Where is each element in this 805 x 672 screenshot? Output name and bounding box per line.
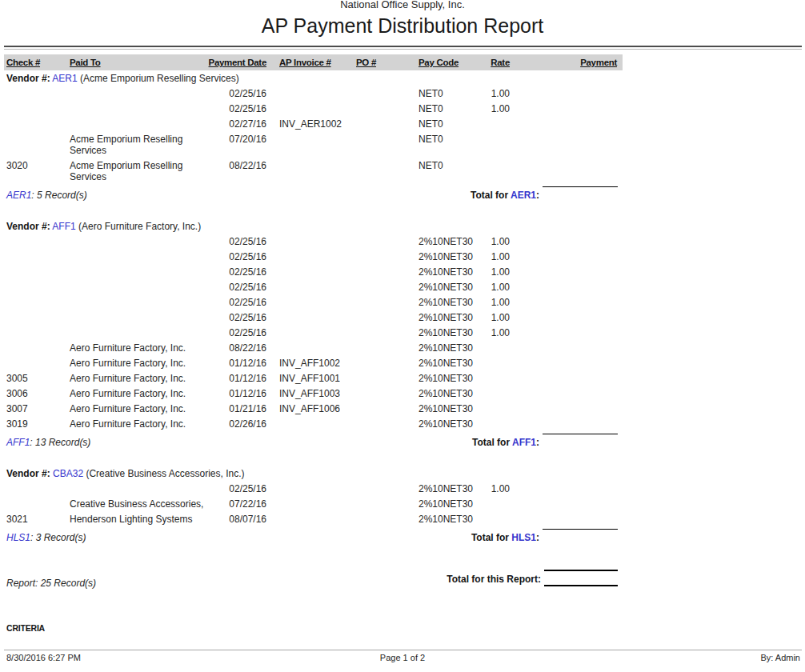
column-header-payment: Payment bbox=[510, 57, 617, 68]
cell-pay-code: NET0 bbox=[419, 134, 468, 145]
vendor-id-link[interactable]: AFF1 bbox=[512, 437, 536, 448]
cell-paid-to: Acme Emporium Reselling Services bbox=[70, 160, 214, 182]
column-header-pay-code: Pay Code bbox=[419, 57, 468, 68]
cell-pay-code: NET0 bbox=[419, 88, 468, 99]
cell-rate: 1.00 bbox=[468, 483, 510, 494]
table-row: 3006Aero Furniture Factory, Inc.01/12/16… bbox=[4, 388, 623, 399]
vendor-group: Vendor #: AER1 (Acme Emporium Reselling … bbox=[4, 73, 623, 201]
vendor-heading: Vendor #: AFF1 (Aero Furniture Factory, … bbox=[4, 221, 623, 232]
cell-pay-code: NET0 bbox=[419, 103, 468, 114]
cell-ap-invoice-number: INV_AFF1006 bbox=[279, 403, 356, 414]
cell-pay-code: 2%10NET30 bbox=[419, 418, 468, 430]
cell-paid-to: Henderson Lighting Systems bbox=[70, 514, 214, 525]
cell-paid-to: Aero Furniture Factory, Inc. bbox=[70, 373, 214, 384]
table-row: 3005Aero Furniture Factory, Inc.01/12/16… bbox=[4, 373, 623, 384]
report-summary-row: Report: 25 Record(s) Total for this Repo… bbox=[4, 570, 623, 589]
vendor-number-label: Vendor #: bbox=[6, 221, 50, 232]
cell-payment-date: 08/07/16 bbox=[214, 514, 266, 525]
vendor-id-link[interactable]: AER1 bbox=[52, 73, 77, 84]
cell-pay-code: 2%10NET30 bbox=[419, 251, 468, 262]
cell-paid-to: Aero Furniture Factory, Inc. bbox=[70, 418, 214, 430]
vendor-id-link[interactable]: CBA32 bbox=[53, 468, 83, 479]
title-rule-dark bbox=[4, 46, 802, 47]
record-count-text: : 3 Record(s) bbox=[30, 532, 86, 543]
vendor-id-link[interactable]: AER1 bbox=[6, 190, 31, 201]
cell-payment-date: 02/27/16 bbox=[214, 118, 266, 130]
report-record-count: Report: 25 Record(s) bbox=[4, 570, 447, 589]
cell-pay-code: 2%10NET30 bbox=[419, 327, 468, 338]
cell-rate: 1.00 bbox=[468, 88, 510, 99]
column-header-check-number: Check # bbox=[4, 57, 70, 68]
table-row: 02/25/162%10NET301.00 bbox=[4, 297, 623, 308]
vendor-group: Vendor #: AFF1 (Aero Furniture Factory, … bbox=[4, 221, 623, 448]
table-row: 02/27/16INV_AER1002NET0 bbox=[4, 118, 623, 130]
group-record-count: HLS1: 3 Record(s) bbox=[4, 529, 471, 543]
record-count-text: : 13 Record(s) bbox=[30, 437, 90, 448]
vendor-id-link[interactable]: AFF1 bbox=[6, 437, 30, 448]
footer-rule bbox=[4, 650, 802, 650]
cell-paid-to: Acme Emporium Reselling Services bbox=[70, 134, 214, 156]
cell-ap-invoice-number: INV_AER1002 bbox=[279, 118, 356, 130]
table-row: Acme Emporium Reselling Services07/20/16… bbox=[4, 134, 623, 156]
table-row: 02/25/162%10NET301.00 bbox=[4, 312, 623, 323]
table-row: 02/25/162%10NET301.00 bbox=[4, 251, 623, 262]
cell-payment-date: 01/21/16 bbox=[214, 403, 266, 414]
cell-paid-to: Creative Business Accessories, bbox=[70, 498, 214, 510]
cell-payment-date: 01/12/16 bbox=[214, 358, 266, 369]
vendor-total-label: Total for AFF1: bbox=[472, 434, 539, 448]
table-row: 3020Acme Emporium Reselling Services08/2… bbox=[4, 160, 623, 182]
vendor-id-link[interactable]: AFF1 bbox=[52, 221, 75, 232]
cell-pay-code: 2%10NET30 bbox=[419, 373, 468, 384]
cell-payment-date: 02/25/16 bbox=[214, 103, 266, 114]
cell-payment-date: 02/25/16 bbox=[214, 251, 266, 262]
report-body: Vendor #: AER1 (Acme Emporium Reselling … bbox=[4, 73, 623, 563]
title-rule-light bbox=[4, 49, 802, 50]
column-header-row: Check # Paid To Payment Date AP Invoice … bbox=[4, 54, 623, 70]
cell-check-number: 3021 bbox=[4, 514, 70, 525]
cell-pay-code: NET0 bbox=[419, 160, 468, 171]
cell-pay-code: 2%10NET30 bbox=[419, 266, 468, 278]
cell-payment-date: 02/25/16 bbox=[214, 297, 266, 308]
cell-paid-to: Aero Furniture Factory, Inc. bbox=[70, 388, 214, 399]
cell-pay-code: 2%10NET30 bbox=[419, 297, 468, 308]
group-record-count: AER1: 5 Record(s) bbox=[4, 186, 471, 201]
table-row: 3019Aero Furniture Factory, Inc.02/26/16… bbox=[4, 418, 623, 430]
column-header-payment-date: Payment Date bbox=[214, 57, 266, 68]
vendor-total-amount-box bbox=[543, 434, 618, 447]
table-row: 02/25/162%10NET301.00 bbox=[4, 327, 623, 338]
cell-paid-to: Aero Furniture Factory, Inc. bbox=[70, 358, 214, 369]
vendor-heading: Vendor #: AER1 (Acme Emporium Reselling … bbox=[4, 73, 623, 84]
vendor-name: (Aero Furniture Factory, Inc.) bbox=[78, 221, 201, 232]
cell-payment-date: 02/25/16 bbox=[214, 312, 266, 323]
cell-payment-date: 02/25/16 bbox=[214, 282, 266, 293]
vendor-id-link[interactable]: HLS1 bbox=[511, 532, 536, 543]
report-author: By: Admin bbox=[760, 653, 800, 662]
table-row: 02/25/162%10NET301.00 bbox=[4, 266, 623, 278]
cell-check-number: 3019 bbox=[4, 418, 70, 430]
record-count-text: : 5 Record(s) bbox=[31, 190, 86, 201]
cell-rate: 1.00 bbox=[468, 312, 510, 323]
vendor-heading: Vendor #: CBA32 (Creative Business Acces… bbox=[4, 468, 623, 479]
vendor-id-link[interactable]: AER1 bbox=[511, 190, 536, 201]
cell-pay-code: 2%10NET30 bbox=[419, 483, 468, 494]
cell-rate: 1.00 bbox=[468, 251, 510, 262]
cell-pay-code: 2%10NET30 bbox=[419, 498, 468, 510]
cell-payment-date: 08/22/16 bbox=[214, 342, 266, 354]
table-row: Creative Business Accessories,07/22/162%… bbox=[4, 498, 623, 510]
vendor-number-label: Vendor #: bbox=[6, 468, 50, 479]
cell-pay-code: 2%10NET30 bbox=[419, 514, 468, 525]
page-title: AP Payment Distribution Report bbox=[0, 14, 805, 38]
cell-pay-code: 2%10NET30 bbox=[419, 403, 468, 414]
cell-check-number: 3007 bbox=[4, 403, 70, 414]
criteria-heading: CRITERIA bbox=[6, 623, 45, 633]
group-record-count: AFF1: 13 Record(s) bbox=[4, 434, 472, 448]
vendor-total-label: Total for HLS1: bbox=[471, 529, 539, 543]
cell-ap-invoice-number: INV_AFF1002 bbox=[279, 358, 356, 369]
cell-payment-date: 07/22/16 bbox=[214, 498, 266, 510]
vendor-total-amount-box bbox=[543, 529, 618, 542]
table-row: 02/25/16NET01.00 bbox=[4, 103, 623, 114]
cell-pay-code: 2%10NET30 bbox=[419, 388, 468, 399]
column-header-po-number: PO # bbox=[356, 57, 419, 68]
vendor-id-link[interactable]: HLS1 bbox=[6, 532, 30, 543]
cell-payment-date: 02/25/16 bbox=[214, 266, 266, 278]
